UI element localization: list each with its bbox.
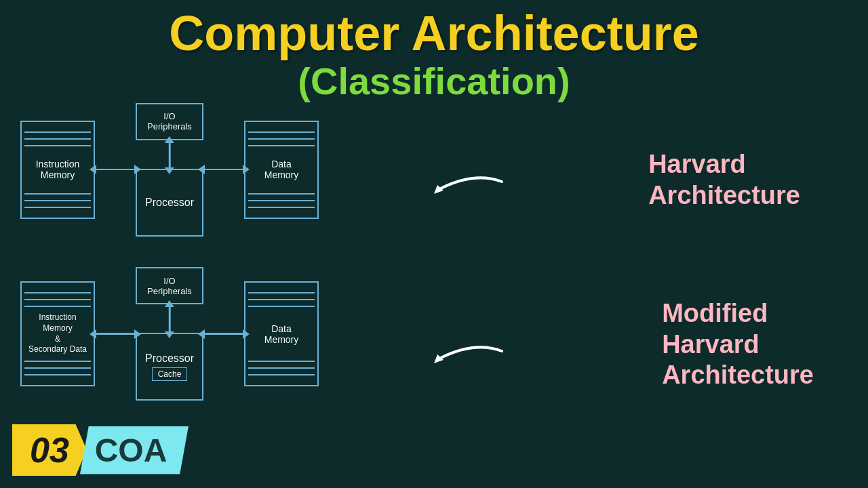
dbl-arrow-line-2 — [203, 169, 244, 171]
diagram1-inner: InstructionMemory I/OPeripherals Process… — [20, 112, 495, 227]
modified-harvard-label: Modified Harvard Architecture — [662, 298, 814, 391]
sub-title: (Classification) — [0, 60, 868, 102]
main-title: Computer Architecture — [0, 7, 868, 60]
processor-box: Processor — [136, 169, 203, 237]
arrow-ism-proc2 — [95, 333, 136, 335]
data-memory-label: DataMemory — [264, 159, 299, 180]
io-peripherals-box: I/OPeripherals — [136, 103, 203, 140]
harvard-label: Harvard Architecture — [648, 149, 800, 211]
badge-coa: COA — [80, 426, 189, 474]
harvard-arrow-svg — [427, 168, 509, 209]
modified-harvard-arch-text: Modified Harvard Architecture — [662, 299, 814, 389]
v-arrow-io-proc2 — [169, 306, 171, 333]
badge-area: 03 COA — [12, 424, 189, 476]
v-arrow-io-proc — [169, 142, 171, 169]
dbl-arrow-line-4 — [203, 333, 244, 335]
modified-arrow-svg — [427, 338, 509, 378]
harvard-diagram: InstructionMemory I/OPeripherals Process… — [20, 112, 495, 227]
instruction-secondary-memory-box: InstructionMemory&Secondary Data — [20, 281, 95, 386]
processor-io-group2: I/OPeripherals Processor Cache — [136, 267, 203, 401]
data-memory-box2: DataMemory — [244, 281, 319, 386]
io-wrap-top2: I/OPeripherals — [136, 267, 203, 304]
processor-cache-box: Processor Cache — [136, 333, 203, 401]
harvard-arch-text: Harvard Architecture — [648, 150, 800, 209]
io-wrap-top: I/OPeripherals — [136, 103, 203, 140]
v-dbl-line2 — [169, 306, 171, 333]
arrow-proc-dm — [203, 169, 244, 171]
processor-io-group: I/OPeripherals Processor — [136, 103, 203, 237]
cache-sublabel: Cache — [152, 367, 188, 381]
instruction-memory-box: InstructionMemory — [20, 121, 95, 219]
arrow-im-proc — [95, 169, 136, 171]
harvard-arrow — [427, 168, 509, 211]
processor-label2: Processor — [145, 352, 194, 365]
title-area: Computer Architecture (Classification) — [0, 7, 868, 102]
badge-number: 03 — [12, 424, 87, 476]
dbl-arrow-line-1 — [95, 169, 136, 171]
io-peripherals-box2: I/OPeripherals — [136, 267, 203, 304]
processor-label: Processor — [145, 197, 194, 209]
data-memory-box: DataMemory — [244, 121, 319, 219]
modified-harvard-diagram: InstructionMemory&Secondary Data I/OPeri… — [20, 274, 495, 393]
io-label: I/OPeripherals — [147, 111, 192, 131]
v-dbl-line — [169, 142, 171, 169]
diagram2-inner: InstructionMemory&Secondary Data I/OPeri… — [20, 274, 495, 393]
instruction-memory-label: InstructionMemory — [36, 159, 80, 180]
arrow-proc-dm2 — [203, 333, 244, 335]
instruction-secondary-label: InstructionMemory&Secondary Data — [28, 312, 87, 354]
modified-harvard-arrow — [427, 338, 509, 381]
dbl-arrow-line-3 — [95, 333, 136, 335]
io-label2: I/OPeripherals — [147, 276, 192, 296]
data-memory-label2: DataMemory — [264, 323, 299, 345]
